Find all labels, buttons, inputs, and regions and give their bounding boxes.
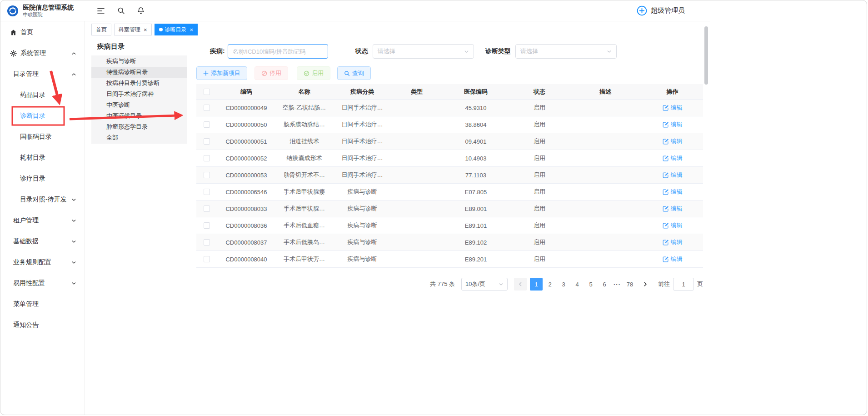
edit-button[interactable]: 编辑 [663,238,683,246]
cell-status: 启用 [510,154,569,162]
sidebar-item-national-code-catalog[interactable]: 国临码目录 [0,126,85,147]
edit-button[interactable]: 编辑 [663,154,683,162]
disable-label: 停用 [269,69,281,77]
page-number-6[interactable]: 6 [598,278,611,291]
sidebar-item-consumables-catalog[interactable]: 耗材目录 [0,147,85,168]
cell-insurance_code: E89.102 [442,239,510,246]
cell-category: 疾病与诊断 [333,255,392,263]
cell-name: 手术后甲状腺… [276,205,333,213]
status-select[interactable]: 请选择 [373,44,474,59]
search-icon[interactable] [117,7,125,15]
brand: 医院信息管理系统 中联医院 [0,3,85,18]
row-checkbox[interactable] [204,222,210,229]
column-header: 名称 [276,88,333,96]
sidebar-item-menu-management[interactable]: 菜单管理 [0,294,85,315]
page-number-2[interactable]: 2 [544,278,556,291]
total-count: 共 775 条 [430,280,455,288]
gear-icon [10,50,17,57]
add-item-button[interactable]: 添加新项目 [196,66,247,80]
row-checkbox[interactable] [204,155,210,161]
disable-button[interactable]: 停用 [254,66,288,80]
prev-page-button[interactable] [514,278,527,291]
enable-label: 启用 [312,69,324,77]
edit-button[interactable]: 编辑 [663,104,683,112]
disease-search-input[interactable] [228,44,328,59]
sidebar-item-treatment-catalog[interactable]: 诊疗目录 [0,168,85,189]
tab-2[interactable]: 诊断目录× [155,24,198,35]
catalog-item[interactable]: 中医证候目录 [91,110,187,121]
row-checkbox[interactable] [204,205,210,212]
scrollbar-thumb[interactable] [704,26,708,85]
sidebar-item-label: 基础数据 [13,237,39,246]
page-number-5[interactable]: 5 [584,278,597,291]
row-checkbox[interactable] [204,121,210,128]
page-number-3[interactable]: 3 [557,278,570,291]
edit-button[interactable]: 编辑 [663,221,683,230]
goto-page-input[interactable] [673,278,694,291]
edit-button[interactable]: 编辑 [663,205,683,213]
catalog-item[interactable]: 全部 [91,132,187,143]
page-size-select[interactable]: 10条/页 [461,278,508,291]
cell-insurance_code: E89.201 [442,256,510,263]
more-pages-icon[interactable]: ··· [611,281,623,288]
sidebar-item-system-management[interactable]: 系统管理 [0,43,85,64]
sidebar-item-tenant-management[interactable]: 租户管理 [0,210,85,231]
catalog-item[interactable]: 按病种目录付费诊断 [91,78,187,89]
tab-close-icon[interactable]: × [190,27,194,33]
row-checkbox[interactable] [204,138,210,145]
sidebar-item-label: 系统管理 [20,49,46,57]
query-button[interactable]: 查询 [337,66,371,80]
sidebar-item-label: 通知公告 [13,321,39,329]
cell-actions: 编辑 [642,171,703,179]
edit-button[interactable]: 编辑 [663,255,683,263]
sidebar-item-usability-config[interactable]: 易用性配置 [0,273,85,294]
catalog-item[interactable]: 疾病与诊断 [91,56,187,67]
row-checkbox[interactable] [204,189,210,195]
sidebar-item-drug-catalog[interactable]: 药品目录 [0,85,85,105]
row-checkbox[interactable] [204,256,210,262]
ban-icon [261,70,267,76]
edit-button[interactable]: 编辑 [663,120,683,129]
page-number-last[interactable]: 78 [624,278,636,291]
sidebar-item-business-rules[interactable]: 业务规则配置 [0,252,85,273]
tab-close-icon[interactable]: × [144,27,147,33]
cell-status: 启用 [510,205,569,213]
sidebar-item-basic-data[interactable]: 基础数据 [0,231,85,252]
plus-icon [203,70,209,76]
tab-0[interactable]: 首页 [91,24,111,35]
sidebar-item-label: 目录管理 [13,70,39,78]
edit-button[interactable]: 编辑 [663,188,683,196]
row-checkbox[interactable] [204,172,210,178]
checkbox-cell [196,89,217,95]
catalog-item[interactable]: 特慢病诊断目录 [91,67,187,78]
sidebar-item-catalog-management[interactable]: 目录管理 [0,64,85,85]
edit-button[interactable]: 编辑 [663,171,683,179]
sidebar-item-diagnosis-catalog[interactable]: 诊断目录 [0,105,85,126]
enable-button[interactable]: 启用 [297,66,330,80]
sidebar-item-notice[interactable]: 通知公告 [0,315,85,336]
sidebar-item-home[interactable]: 首页 [0,22,85,43]
diagnosis-type-select[interactable]: 请选择 [515,44,617,59]
tab-1[interactable]: 科室管理× [114,24,152,35]
row-checkbox[interactable] [204,239,210,246]
checkbox-cell [196,239,217,246]
edit-icon [663,138,669,145]
next-page-button[interactable] [639,278,652,291]
bell-icon[interactable] [137,7,145,15]
select-all-checkbox[interactable] [204,89,210,95]
menu-collapse-icon[interactable] [97,7,105,15]
page-number-4[interactable]: 4 [571,278,584,291]
edit-button[interactable]: 编辑 [663,137,683,145]
pagination: 共 775 条 10条/页 123456 ··· 78 [196,278,703,291]
user-menu[interactable]: 超级管理员 [637,5,685,16]
page-number-1[interactable]: 1 [530,278,543,291]
sidebar-item-catalog-compare[interactable]: 目录对照-待开发 [0,189,85,210]
cell-name: 手术后低血糖… [276,221,333,230]
cell-insurance_code: E89.001 [442,205,510,212]
chevron-down-icon [71,260,76,265]
row-checkbox[interactable] [204,105,210,111]
goto-label: 前往 [658,280,670,288]
catalog-item[interactable]: 肿瘤形态学目录 [91,121,187,132]
catalog-item[interactable]: 日间手术治疗病种 [91,89,187,100]
catalog-item[interactable]: 中医诊断 [91,100,187,110]
